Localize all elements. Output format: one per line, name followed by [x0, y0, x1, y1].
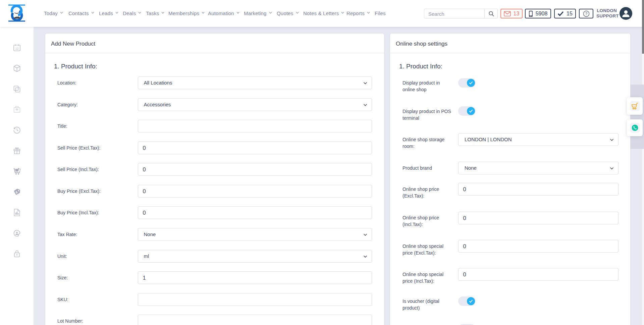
svg-text:?: ? — [585, 12, 587, 16]
svg-text:12: 12 — [15, 47, 18, 50]
